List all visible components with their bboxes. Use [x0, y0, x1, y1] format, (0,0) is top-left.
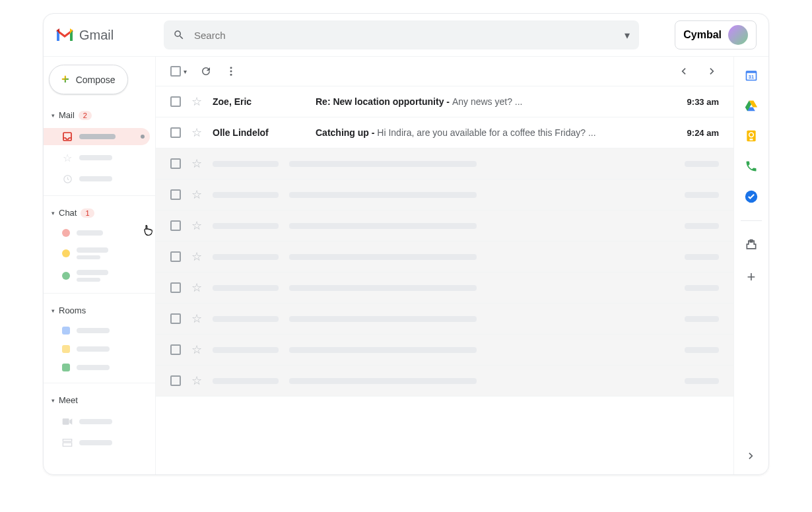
svg-text:31: 31	[749, 74, 754, 80]
placeholder	[289, 378, 477, 384]
nav-label-placeholder	[77, 328, 110, 333]
star-icon[interactable]: ☆	[191, 342, 202, 357]
placeholder	[685, 161, 719, 167]
star-icon[interactable]: ☆	[191, 218, 202, 233]
row-checkbox[interactable]	[170, 189, 181, 200]
row-checkbox[interactable]	[170, 127, 181, 138]
email-sender: Zoe, Eric	[213, 96, 305, 107]
email-row-placeholder[interactable]: ☆	[156, 241, 733, 272]
email-time: 9:33 am	[687, 97, 719, 107]
refresh-button[interactable]	[200, 65, 212, 77]
svg-rect-3	[63, 439, 71, 441]
placeholder	[289, 316, 477, 322]
star-icon[interactable]: ☆	[191, 249, 202, 264]
meet-new-meeting[interactable]	[49, 413, 150, 430]
star-icon[interactable]: ☆	[191, 94, 202, 109]
sidebar-item-inbox[interactable]	[44, 128, 150, 145]
placeholder	[213, 285, 279, 291]
body-area: + Compose ▾ Mail 2 ☆	[44, 57, 768, 474]
row-checkbox[interactable]	[170, 375, 181, 386]
section-meet-header[interactable]: ▾ Meet	[49, 391, 150, 409]
svg-point-5	[230, 67, 232, 69]
prev-page-button[interactable]	[677, 65, 690, 78]
section-chat-header[interactable]: ▾ Chat 1	[49, 204, 150, 222]
nav-label-placeholder	[79, 440, 112, 445]
section-mail-header[interactable]: ▾ Mail 2	[49, 106, 150, 124]
email-row-placeholder[interactable]: ☆	[156, 272, 733, 304]
star-icon[interactable]: ☆	[191, 125, 202, 140]
row-checkbox[interactable]	[170, 158, 181, 169]
placeholder	[289, 192, 477, 198]
room-item-3[interactable]	[49, 360, 150, 375]
email-row[interactable]: ☆Olle LindelofCatching up - Hi Indira, a…	[156, 117, 733, 148]
collapse-panel-button[interactable]	[745, 449, 758, 465]
email-row[interactable]: ☆Zoe, EricRe: New location opportunity -…	[156, 86, 733, 117]
star-icon[interactable]: ☆	[191, 373, 202, 388]
header-right: Cymbal	[675, 20, 757, 49]
row-checkbox[interactable]	[170, 96, 181, 107]
row-checkbox[interactable]	[170, 282, 181, 293]
calendar-app-icon[interactable]: 31	[745, 69, 758, 82]
user-avatar-icon[interactable]	[728, 25, 748, 45]
email-row-placeholder[interactable]: ☆	[156, 335, 733, 366]
row-checkbox[interactable]	[170, 344, 181, 355]
row-checkbox[interactable]	[170, 313, 181, 324]
svg-point-7	[230, 74, 232, 76]
placeholder	[685, 347, 719, 353]
search-bar[interactable]: ▾	[164, 20, 639, 49]
more-button[interactable]	[225, 65, 237, 77]
chat-contact-3[interactable]	[49, 267, 150, 285]
nav-label-placeholder	[79, 419, 112, 424]
keyboard-icon	[62, 437, 73, 448]
email-row-placeholder[interactable]: ☆	[156, 366, 733, 397]
placeholder	[213, 223, 279, 229]
placeholder	[685, 223, 719, 229]
section-rooms-header[interactable]: ▾ Rooms	[49, 302, 150, 319]
toolbar-pager	[677, 65, 719, 78]
chat-contact-1[interactable]	[49, 226, 150, 240]
email-toolbar: ▾	[156, 57, 733, 86]
drive-app-icon[interactable]	[745, 99, 758, 112]
star-icon[interactable]: ☆	[191, 156, 202, 171]
checkbox-icon	[170, 66, 181, 77]
get-addons-button[interactable]: +	[745, 269, 758, 282]
star-icon[interactable]: ☆	[191, 311, 202, 326]
nav-label-placeholder	[77, 270, 108, 282]
email-list: ☆Zoe, EricRe: New location opportunity -…	[156, 86, 733, 474]
search-input[interactable]	[194, 30, 615, 41]
placeholder	[289, 223, 477, 229]
logo-area[interactable]: Gmail	[55, 28, 154, 43]
select-all-checkbox[interactable]: ▾	[170, 66, 187, 77]
addons-icon[interactable]	[745, 238, 758, 251]
sidebar-item-starred[interactable]: ☆	[49, 149, 150, 166]
divider	[741, 220, 761, 221]
sidebar-item-snoozed[interactable]	[49, 170, 150, 187]
caret-down-icon: ▾	[51, 397, 55, 404]
placeholder	[685, 316, 719, 322]
nav-label-placeholder	[77, 247, 108, 259]
email-row-placeholder[interactable]: ☆	[156, 304, 733, 335]
divider	[44, 195, 155, 196]
tasks-app-icon[interactable]	[745, 190, 758, 203]
chat-contact-2[interactable]	[49, 244, 150, 263]
email-row-placeholder[interactable]: ☆	[156, 210, 733, 241]
search-options-dropdown-icon[interactable]: ▾	[625, 29, 630, 42]
email-row-placeholder[interactable]: ☆	[156, 148, 733, 179]
org-brand-chip[interactable]: Cymbal	[675, 20, 757, 49]
section-mail-label: Mail	[59, 110, 75, 120]
room-item-1[interactable]	[49, 323, 150, 338]
section-rooms-label: Rooms	[59, 305, 86, 315]
section-meet-label: Meet	[59, 395, 78, 405]
compose-button[interactable]: + Compose	[49, 65, 128, 94]
contacts-app-icon[interactable]	[745, 160, 758, 173]
meet-join-meeting[interactable]	[49, 434, 150, 451]
star-icon[interactable]: ☆	[191, 187, 202, 202]
keep-app-icon[interactable]	[745, 129, 758, 143]
next-page-button[interactable]	[706, 65, 719, 78]
main-panel: ▾ ☆Zoe, EricRe: New location op	[156, 57, 734, 474]
row-checkbox[interactable]	[170, 251, 181, 262]
email-row-placeholder[interactable]: ☆	[156, 179, 733, 210]
star-icon[interactable]: ☆	[191, 280, 202, 295]
room-item-2[interactable]	[49, 342, 150, 356]
row-checkbox[interactable]	[170, 220, 181, 231]
